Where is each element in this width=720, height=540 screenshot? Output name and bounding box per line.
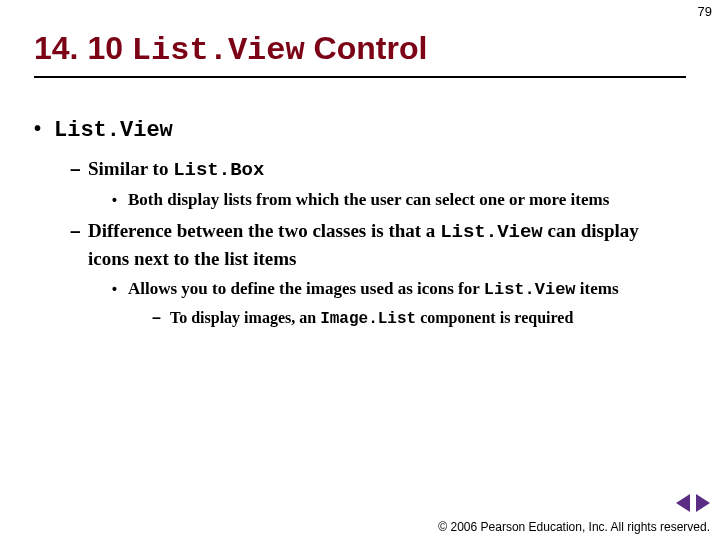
- disc-icon: •: [34, 118, 41, 138]
- lvl2b-code: List.View: [440, 221, 543, 243]
- slide-title: 14. 10 List.View Control: [34, 30, 427, 69]
- copyright-symbol: ©: [438, 520, 447, 534]
- dash-icon: –: [70, 218, 81, 244]
- lvl3b-suffix: items: [576, 279, 619, 298]
- title-code: List.View: [132, 32, 305, 69]
- bullet-level3: • Allows you to define the images used a…: [112, 278, 680, 302]
- lvl3b-code: List.View: [484, 280, 576, 299]
- copyright-text: 2006 Pearson Education, Inc. All rights …: [447, 520, 710, 534]
- lvl4-suffix: component is required: [416, 309, 573, 326]
- dash-icon: –: [70, 156, 81, 182]
- bullet-level2: – Similar to List.Box: [70, 156, 680, 184]
- dash-icon: –: [152, 307, 161, 329]
- disc-icon: •: [112, 191, 117, 210]
- lvl2b-prefix: Difference between the two classes is th…: [88, 220, 440, 241]
- lvl2a-code: List.Box: [173, 159, 264, 181]
- disc-icon: •: [112, 280, 117, 299]
- lvl1-text: List.View: [54, 118, 173, 143]
- footer-copyright: © 2006 Pearson Education, Inc. All right…: [438, 520, 710, 534]
- nav-controls: [676, 494, 710, 512]
- content-area: • List.View – Similar to List.Box • Both…: [34, 108, 680, 337]
- title-section-number: 14. 10: [34, 30, 123, 66]
- title-suffix: Control: [314, 30, 428, 66]
- bullet-level4: – To display images, an Image.List compo…: [152, 307, 680, 331]
- lvl3a-text: Both display lists from which the user c…: [128, 190, 609, 209]
- lvl4-prefix: To display images, an: [170, 309, 320, 326]
- bullet-level1: • List.View: [34, 116, 680, 146]
- next-slide-icon[interactable]: [696, 494, 710, 512]
- bullet-level3: • Both display lists from which the user…: [112, 189, 680, 212]
- page-number: 79: [698, 4, 712, 19]
- lvl4-code: Image.List: [320, 310, 416, 328]
- lvl2a-prefix: Similar to: [88, 158, 173, 179]
- bullet-level2: – Difference between the two classes is …: [70, 218, 680, 271]
- title-underline: [34, 76, 686, 78]
- prev-slide-icon[interactable]: [676, 494, 690, 512]
- slide: 79 14. 10 List.View Control • List.View …: [0, 0, 720, 540]
- lvl3b-prefix: Allows you to define the images used as …: [128, 279, 484, 298]
